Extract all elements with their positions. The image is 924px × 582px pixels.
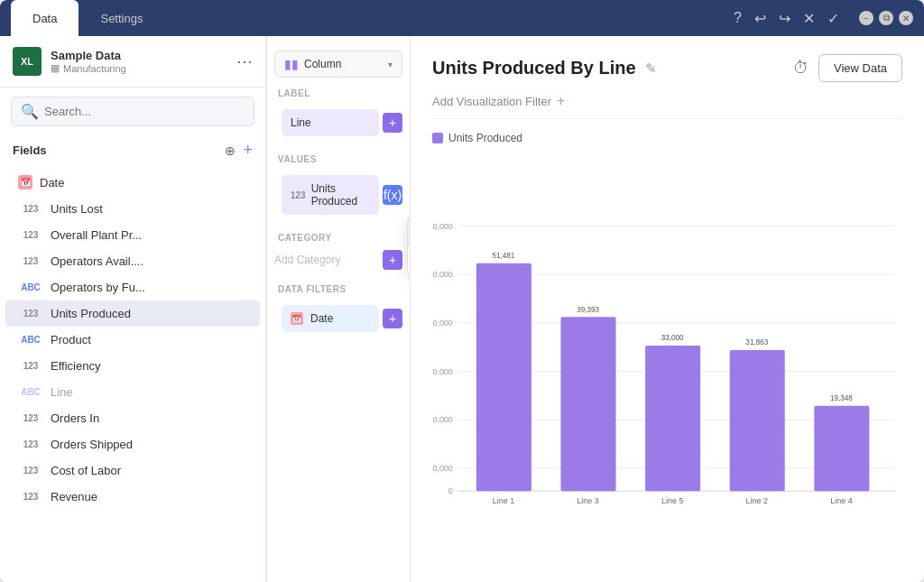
values-section-title: VALUES <box>267 149 410 168</box>
search-icon: 🔍 <box>21 103 39 120</box>
svg-text:Line 5: Line 5 <box>661 496 683 505</box>
values-value: Units Produced <box>311 182 370 208</box>
chevron-down-icon: ▾ <box>388 60 393 69</box>
title-bar-icons: ? ↩ ↪ ✕ ✓ − ⧉ ✕ <box>734 10 913 27</box>
close-icon[interactable]: ✕ <box>803 10 815 27</box>
data-filters-section: DATA FILTERS 📅 Date + <box>267 279 410 339</box>
chart-container: Units Produced 60,000 50,000 40,000 <box>432 132 902 568</box>
excel-icon: XL <box>13 47 42 76</box>
refresh-icon[interactable]: ⏱ <box>793 59 809 78</box>
date-type-icon: 📅 <box>18 175 32 189</box>
window-close-btn[interactable]: ✕ <box>899 11 913 25</box>
field-name: Operators Avail.... <box>51 254 143 268</box>
bar-line1[interactable] <box>476 263 531 491</box>
field-name: Operators by Fu... <box>51 281 145 294</box>
category-section: CATEGORY Add Category + <box>267 227 410 273</box>
field-item[interactable]: 123 Overall Plant Pr... <box>5 222 260 248</box>
field-type-badge: 123 <box>18 466 43 476</box>
filter-bar: Add Visualization Filter + <box>432 93 902 119</box>
field-item-units-produced[interactable]: 123 Units Produced <box>5 300 260 327</box>
add-filter-label: Add Visualization Filter <box>432 95 551 108</box>
label-add-btn[interactable]: + <box>383 113 402 133</box>
chart-title-area: Units Produced By Line ✎ <box>432 58 657 79</box>
svg-text:Line 2: Line 2 <box>746 496 768 505</box>
dropdown-overlay: ABC Line ↖ 123 Units Produced <box>407 215 411 277</box>
field-name: Revenue <box>51 490 97 503</box>
search-input[interactable] <box>44 105 245 118</box>
field-type-badge: 123 <box>18 230 43 240</box>
fields-title: Fields <box>13 143 47 157</box>
view-data-btn[interactable]: View Data <box>818 54 902 82</box>
field-name: Units Produced <box>51 307 131 320</box>
fields-add-btn[interactable]: + <box>243 141 253 160</box>
left-panel: XL Sample Data ▦ Manufacturing ⋯ 🔍 <box>0 36 266 582</box>
undo-icon[interactable]: ↩ <box>754 10 766 27</box>
field-item[interactable]: 123 Orders In <box>5 405 260 431</box>
field-item[interactable]: 123 Efficiency <box>5 353 260 379</box>
data-source-type: ▦ Manufacturing <box>51 62 126 74</box>
field-item[interactable]: 📅 Date <box>5 169 260 196</box>
field-name: Date <box>40 176 64 189</box>
help-icon[interactable]: ? <box>734 10 742 26</box>
add-filter-btn[interactable]: Add Visualization Filter + <box>432 93 565 109</box>
minimize-btn[interactable]: − <box>859 11 873 25</box>
label-pill[interactable]: Line <box>282 109 379 136</box>
values-pill[interactable]: 123 Units Produced <box>282 175 379 215</box>
field-name: Line <box>51 385 73 399</box>
bar-line2[interactable] <box>730 350 785 491</box>
field-item[interactable]: 123 Operators Avail.... <box>5 248 260 274</box>
field-item[interactable]: 123 Revenue <box>5 484 260 510</box>
label-value: Line <box>291 116 311 129</box>
category-add-btn[interactable]: + <box>383 250 402 270</box>
dropdown-item-line[interactable]: ABC Line ↖ <box>408 216 411 246</box>
right-panel: Units Produced By Line ✎ ⏱ View Data Add… <box>411 36 924 582</box>
field-item[interactable]: ABC Product <box>5 327 260 353</box>
data-filter-add-btn[interactable]: + <box>383 309 402 328</box>
config-panel: ▮▮ Column ▾ LABEL Line + VALUES <box>266 36 411 582</box>
field-item[interactable]: 123 Cost of Labor <box>5 457 260 484</box>
values-type-label: 123 <box>291 190 306 200</box>
fields-schema-icon[interactable]: ⊕ <box>225 143 236 158</box>
data-source-info: XL Sample Data ▦ Manufacturing <box>13 47 126 76</box>
restore-btn[interactable]: ⧉ <box>879 11 893 25</box>
check-icon[interactable]: ✓ <box>827 10 839 27</box>
field-item-line[interactable]: ABC Line <box>5 379 260 405</box>
values-add-btn[interactable]: f(x) <box>383 185 402 205</box>
redo-icon[interactable]: ↪ <box>779 10 790 27</box>
title-bar-tabs: Data Settings <box>11 0 164 36</box>
bar-line3[interactable] <box>560 317 615 491</box>
search-box: 🔍 <box>11 97 254 126</box>
more-options-btn[interactable]: ⋯ <box>236 51 253 71</box>
field-item[interactable]: 123 Units Lost <box>5 196 260 222</box>
data-filter-pill[interactable]: 📅 Date <box>282 305 379 332</box>
edit-title-icon[interactable]: ✎ <box>645 60 657 77</box>
fields-header: Fields ⊕ + <box>0 135 265 165</box>
main-layout: XL Sample Data ▦ Manufacturing ⋯ 🔍 <box>0 36 924 582</box>
dropdown-item-units-produced[interactable]: 123 Units Produced <box>408 246 411 276</box>
svg-text:50,000: 50,000 <box>432 270 453 279</box>
label-section: LABEL Line + <box>267 83 410 143</box>
svg-text:33,000: 33,000 <box>661 334 684 342</box>
data-source-header: XL Sample Data ▦ Manufacturing ⋯ <box>0 36 265 88</box>
field-type-badge: 123 <box>18 439 43 449</box>
field-type-badge: 123 <box>18 256 43 266</box>
bar-line5[interactable] <box>645 346 700 491</box>
tab-settings[interactable]: Settings <box>79 0 164 36</box>
tab-data[interactable]: Data <box>11 0 79 36</box>
field-name: Orders Shipped <box>51 438 133 451</box>
bar-chart-svg: 60,000 50,000 40,000 30,000 20,000 <box>432 152 902 568</box>
svg-text:Line 3: Line 3 <box>577 496 598 505</box>
label-section-title: LABEL <box>267 83 410 102</box>
svg-text:40,000: 40,000 <box>432 319 453 328</box>
field-name: Overall Plant Pr... <box>51 228 142 242</box>
legend-label: Units Produced <box>448 132 522 144</box>
field-type-badge: ABC <box>18 387 43 397</box>
chart-actions: ⏱ View Data <box>793 54 902 82</box>
field-type-badge: 123 <box>18 309 43 319</box>
data-filters-title: DATA FILTERS <box>267 279 410 298</box>
data-source-name: Sample Data <box>51 49 126 62</box>
bar-line4[interactable] <box>814 406 869 491</box>
field-item[interactable]: 123 Orders Shipped <box>5 431 260 457</box>
field-item[interactable]: ABC Operators by Fu... <box>5 274 260 300</box>
column-type-btn[interactable]: ▮▮ Column ▾ <box>274 51 402 78</box>
